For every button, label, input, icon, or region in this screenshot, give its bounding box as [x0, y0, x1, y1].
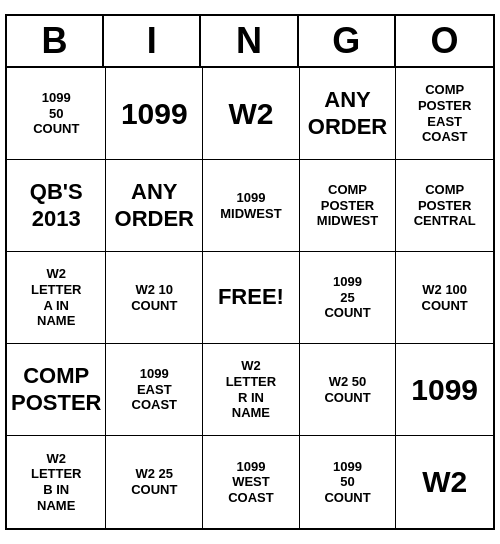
bingo-cell-16[interactable]: 1099EASTCOAST — [106, 344, 203, 436]
bingo-cell-11[interactable]: W2 10COUNT — [106, 252, 203, 344]
bingo-header: BINGO — [7, 16, 493, 68]
bingo-cell-24[interactable]: W2 — [396, 436, 493, 528]
bingo-cell-22[interactable]: 1099WESTCOAST — [203, 436, 300, 528]
bingo-cell-19[interactable]: 1099 — [396, 344, 493, 436]
bingo-cell-10[interactable]: W2LETTERA INNAME — [7, 252, 106, 344]
bingo-cell-0[interactable]: 109950COUNT — [7, 68, 106, 160]
bingo-cell-18[interactable]: W2 50COUNT — [300, 344, 397, 436]
bingo-cell-7[interactable]: 1099MIDWEST — [203, 160, 300, 252]
bingo-cell-1[interactable]: 1099 — [106, 68, 203, 160]
header-letter-b: B — [7, 16, 104, 66]
bingo-cell-4[interactable]: COMPPOSTEREASTCOAST — [396, 68, 493, 160]
bingo-cell-13[interactable]: 109925COUNT — [300, 252, 397, 344]
bingo-cell-12[interactable]: FREE! — [203, 252, 300, 344]
bingo-cell-23[interactable]: 109950COUNT — [300, 436, 397, 528]
bingo-cell-6[interactable]: ANYORDER — [106, 160, 203, 252]
bingo-cell-17[interactable]: W2LETTERR INNAME — [203, 344, 300, 436]
header-letter-n: N — [201, 16, 298, 66]
bingo-cell-3[interactable]: ANYORDER — [300, 68, 397, 160]
header-letter-i: I — [104, 16, 201, 66]
bingo-cell-15[interactable]: COMPPOSTER — [7, 344, 106, 436]
bingo-cell-20[interactable]: W2LETTERB INNAME — [7, 436, 106, 528]
bingo-grid: 109950COUNT1099W2ANYORDERCOMPPOSTEREASTC… — [7, 68, 493, 528]
bingo-cell-8[interactable]: COMPPOSTERMIDWEST — [300, 160, 397, 252]
bingo-cell-9[interactable]: COMPPOSTERCENTRAL — [396, 160, 493, 252]
bingo-cell-2[interactable]: W2 — [203, 68, 300, 160]
bingo-cell-14[interactable]: W2 100COUNT — [396, 252, 493, 344]
header-letter-g: G — [299, 16, 396, 66]
header-letter-o: O — [396, 16, 493, 66]
bingo-cell-5[interactable]: QB'S2013 — [7, 160, 106, 252]
bingo-card: BINGO 109950COUNT1099W2ANYORDERCOMPPOSTE… — [5, 14, 495, 530]
bingo-cell-21[interactable]: W2 25COUNT — [106, 436, 203, 528]
